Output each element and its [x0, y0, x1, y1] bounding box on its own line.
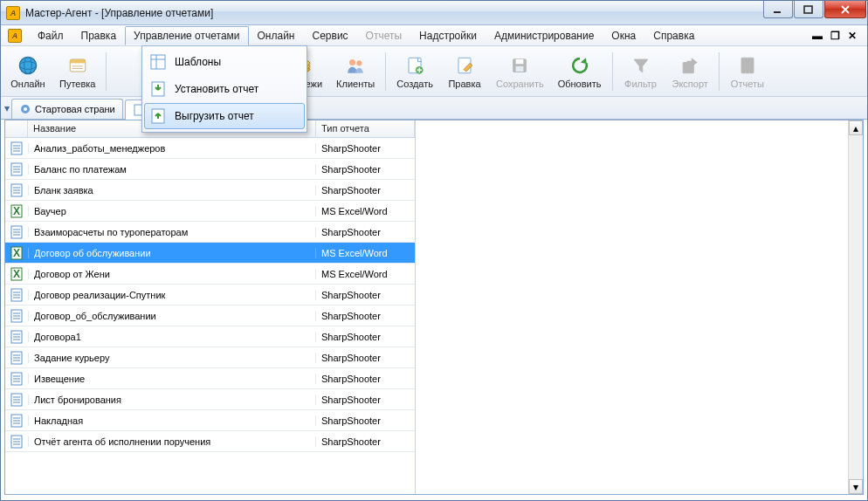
row-type: MS Excel/Word	[316, 269, 415, 279]
row-icon	[5, 288, 28, 302]
mdi-system-icon[interactable]: A	[8, 29, 22, 43]
table-row[interactable]: ИзвещениеSharpShooter	[5, 368, 415, 389]
svg-rect-20	[516, 66, 524, 72]
table-row[interactable]: XДоговор от ЖениMS Excel/Word	[5, 264, 415, 285]
install-icon	[148, 79, 168, 99]
table-row[interactable]: Анализ_работы_менеджеровSharpShooter	[5, 138, 415, 159]
row-type: SharpShooter	[316, 415, 415, 426]
row-name: Отчёт агента об исполнении поручения	[28, 436, 316, 447]
table-row[interactable]: НакладнаяSharpShooter	[5, 410, 415, 431]
table-row[interactable]: XДоговор об обслуживанииMS Excel/Word	[5, 243, 415, 264]
row-name: Договор об обслуживании	[28, 248, 316, 258]
dropdown-label: Выгрузить отчет	[175, 110, 254, 122]
toolbar-label: Экспорт	[672, 79, 708, 89]
maximize-button[interactable]	[794, 1, 823, 18]
row-type: SharpShooter	[316, 185, 415, 196]
table-row[interactable]: Лист бронированияSharpShooter	[5, 389, 415, 410]
column-header-icon[interactable]	[5, 120, 28, 137]
row-icon	[5, 183, 28, 197]
toolbar-refresh-button[interactable]: Обновить	[552, 49, 608, 94]
toolbar-label: Сохранить	[496, 79, 544, 89]
row-icon: X	[5, 246, 28, 260]
toolbar-edit-button[interactable]: Правка	[441, 49, 488, 94]
column-header-type[interactable]: Тип отчета	[316, 120, 415, 137]
row-type: SharpShooter	[316, 332, 415, 342]
gear-icon	[19, 103, 31, 115]
mdi-restore-button[interactable]: ❐	[829, 30, 841, 42]
tab-label: Стартовая страни	[35, 104, 115, 114]
svg-point-14	[356, 60, 362, 65]
templates-icon	[148, 52, 168, 72]
toolbar-label: Путевка	[59, 79, 95, 89]
menu-item[interactable]: Файл	[29, 26, 72, 45]
menu-item[interactable]: Сервис	[304, 26, 357, 45]
toolbar-label: Онлайн	[10, 79, 45, 89]
table-row[interactable]: Задание курьеруSharpShooter	[5, 347, 415, 368]
menu-item[interactable]: Онлайн	[249, 26, 304, 45]
mdi-minimize-button[interactable]: ▬	[811, 30, 823, 42]
toolbar-label: Фильтр	[624, 79, 657, 89]
toolbar-label: Отчеты	[731, 79, 764, 89]
titlebar: A Мастер-Агент - [Управление отчетами]	[1, 1, 867, 25]
menu-item[interactable]: Управление отчетами	[125, 26, 248, 45]
toolbar-separator	[106, 52, 107, 91]
menu-item[interactable]: Администрирование	[486, 26, 603, 45]
svg-rect-24	[747, 64, 749, 71]
menu-item[interactable]: Справка	[644, 26, 703, 45]
preview-pane: ▴ ▾	[416, 120, 863, 494]
row-name: Договора1	[28, 332, 316, 342]
svg-point-13	[349, 59, 355, 65]
table-row[interactable]: Взаиморасчеты по туроператорамSharpShoot…	[5, 222, 415, 243]
row-name: Накладная	[28, 415, 316, 426]
dropdown-label: Установить отчет	[175, 83, 258, 95]
globe-icon	[16, 53, 40, 78]
scroll-down-icon[interactable]: ▾	[849, 479, 863, 494]
toolbar-voucher-button[interactable]: Путевка	[53, 49, 101, 94]
voucher-icon	[65, 53, 90, 78]
toolbar-new-button[interactable]: Создать	[390, 49, 439, 94]
export-icon	[678, 53, 702, 78]
row-name: Договор реализации-Спутник	[28, 290, 316, 300]
toolbar-reports-button: Отчеты	[724, 49, 771, 94]
mdi-close-button[interactable]: ✕	[846, 30, 858, 42]
toolbar-separator	[612, 52, 613, 91]
toolbar-export-button: Экспорт	[666, 49, 714, 94]
row-type: SharpShooter	[316, 290, 415, 300]
tab[interactable]: Стартовая страни	[11, 99, 123, 119]
svg-rect-0	[774, 11, 781, 13]
menu-item: Отчеты	[357, 26, 410, 45]
minimize-button[interactable]	[763, 1, 793, 18]
app-icon: A	[6, 6, 20, 20]
menu-item[interactable]: Правка	[72, 26, 126, 45]
toolbar-globe-button[interactable]: Онлайн	[4, 49, 52, 94]
row-icon	[5, 393, 28, 407]
row-icon	[5, 162, 28, 176]
menu-item[interactable]: Окна	[603, 26, 644, 45]
vertical-scrollbar[interactable]: ▴ ▾	[848, 120, 863, 494]
close-button[interactable]	[824, 1, 866, 18]
toolbar-clients-button[interactable]: Клиенты	[330, 49, 381, 94]
table-row[interactable]: Отчёт агента об исполнении порученияShar…	[5, 431, 415, 452]
table-row[interactable]: XВаучерMS Excel/Word	[5, 201, 415, 222]
row-type: SharpShooter	[316, 353, 415, 363]
toolbar-label: Обновить	[558, 79, 602, 89]
table-row[interactable]: Договора1SharpShooter	[5, 326, 415, 347]
export-icon	[148, 106, 168, 126]
tabstrip-expander-icon[interactable]: ▾	[3, 102, 11, 114]
reports-menu-dropdown: ШаблоныУстановить отчетВыгрузить отчет	[141, 45, 307, 133]
menu-dropdown-item[interactable]: Шаблоны	[144, 49, 305, 75]
menu-item[interactable]: Надстройки	[410, 26, 486, 45]
row-icon	[5, 351, 28, 365]
table-row[interactable]: Бланк заявкаSharpShooter	[5, 180, 415, 201]
menu-dropdown-item[interactable]: Установить отчет	[144, 76, 305, 102]
table-row[interactable]: Договор_об_обслуживанииSharpShooter	[5, 305, 415, 326]
row-name: Анализ_работы_менеджеров	[28, 143, 316, 154]
row-icon: X	[5, 267, 28, 281]
svg-rect-25	[749, 62, 752, 72]
save-icon	[507, 53, 532, 78]
menu-dropdown-item[interactable]: Выгрузить отчет	[144, 103, 305, 129]
table-row[interactable]: Баланс по платежамSharpShooter	[5, 159, 415, 180]
table-row[interactable]: Договор реализации-СпутникSharpShooter	[5, 285, 415, 305]
menubar: A ФайлПравкаУправление отчетамиОнлайнСер…	[1, 25, 867, 46]
scroll-up-icon[interactable]: ▴	[849, 120, 863, 135]
